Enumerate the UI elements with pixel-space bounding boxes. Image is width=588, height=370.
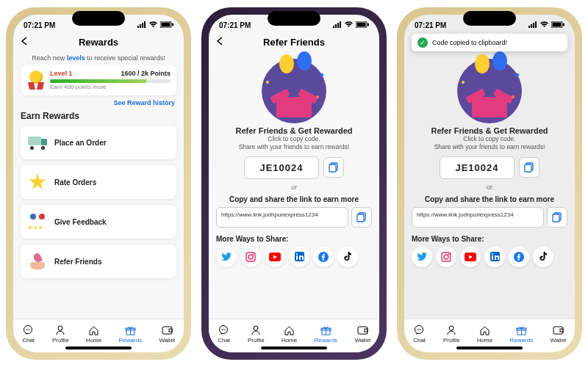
svg-rect-22 [357,22,366,26]
linkedin-icon[interactable] [289,247,309,267]
svg-rect-49 [535,21,537,28]
progress-bar [50,79,171,83]
tab-rewards[interactable]: Rewards [510,324,534,344]
svg-rect-52 [563,23,564,26]
toast-copied: ✓ Code copied to clipboard! [412,34,567,51]
banner-text: Reach new levels to receive special rewa… [21,54,176,62]
tab-home[interactable]: Home [282,324,297,344]
svg-rect-2 [142,23,143,28]
svg-point-38 [223,329,223,330]
svg-point-10 [29,329,29,330]
tab-chat[interactable]: Chat [413,324,426,344]
svg-point-66 [417,329,417,330]
svg-rect-19 [337,23,339,28]
earn-card-rate-orders[interactable]: Rate Orders [21,165,176,199]
battery-icon [160,21,173,29]
instagram-icon[interactable] [436,247,456,267]
tab-wallet[interactable]: Wallet [354,324,370,344]
tab-profile[interactable]: Profile [443,324,460,344]
tab-chat[interactable]: Chat [218,324,231,344]
tab-profile[interactable]: Profile [248,324,265,344]
instagram-icon[interactable] [240,247,261,267]
svg-point-8 [26,329,26,330]
tab-wallet[interactable]: Wallet [550,324,566,344]
twitter-icon[interactable] [412,247,432,267]
refer-heading: Refer Friends & Get Rewarded [216,126,372,135]
status-time: 07:21 PM [219,21,251,29]
earn-card-place-order[interactable]: Place an Order [21,126,176,159]
profile-icon [249,324,262,336]
tiktok-icon[interactable] [533,247,553,267]
signal-icon [528,21,537,29]
svg-rect-16 [169,329,172,332]
tab-chat[interactable]: Chat [22,324,35,344]
earn-card-refer-friends[interactable]: Refer Friends [21,244,176,278]
level-name: Level 1 [50,70,73,77]
home-icon [478,324,492,336]
tab-rewards[interactable]: Rewards [119,324,143,344]
copy-code-button[interactable] [323,157,344,178]
tab-wallet[interactable]: Wallet [159,324,175,344]
chat-icon [22,324,35,336]
svg-point-59 [448,253,450,255]
svg-rect-20 [340,21,341,28]
svg-rect-3 [144,21,146,28]
level-card[interactable]: Level 11600 / 2k Points Earn 400 points … [21,65,176,95]
improve-hint: Earn 400 points more [50,84,171,90]
copy-url-button[interactable] [351,207,372,228]
referral-url-field[interactable]: https://www.link.jodhpuriexpress1234 [412,207,544,228]
youtube-icon[interactable] [265,247,285,267]
svg-rect-1 [140,24,141,28]
tab-home[interactable]: Home [86,324,101,344]
copy-url-button[interactable] [547,207,567,228]
refer-illustration [262,59,326,123]
back-button[interactable] [216,36,223,48]
more-ways-heading: More Ways to Share: [412,235,567,243]
referral-url-field[interactable]: https://www.link.jodhpuriexpress1234 [216,207,348,228]
youtube-icon[interactable] [460,247,481,267]
status-time: 07:21 PM [24,21,55,29]
reward-history-link[interactable]: See Reward history [22,99,175,106]
social-row [412,247,567,267]
tab-profile[interactable]: Profile [52,324,69,344]
earn-card-give-feedback[interactable]: Give Feedback [21,205,176,239]
wifi-icon [539,21,549,29]
refer-subtext: Click to copy code.Share with your frien… [412,135,567,152]
more-ways-heading: More Ways to Share: [216,235,372,243]
refer-heading: Refer Friends & Get Rewarded [412,126,567,135]
wallet-icon [551,324,564,336]
tiktok-icon[interactable] [337,247,358,267]
twitter-icon[interactable] [216,247,237,267]
referral-code[interactable]: JE10024 [440,156,514,179]
gift-icon [123,324,137,336]
facebook-icon[interactable] [509,247,529,267]
notch [463,11,516,26]
notch [72,11,125,26]
header: Rewards [13,32,184,51]
home-indicator [456,347,523,349]
tab-rewards[interactable]: Rewards [315,324,338,344]
linkedin-icon[interactable] [484,247,505,267]
svg-point-29 [248,255,253,259]
feedback-icon [28,212,47,231]
tab-home[interactable]: Home [477,324,492,344]
svg-point-37 [221,329,222,330]
svg-rect-18 [335,24,337,28]
svg-rect-5 [162,22,171,26]
svg-rect-6 [172,23,173,26]
hand-icon [28,252,47,271]
facebook-icon[interactable] [313,247,334,267]
svg-rect-54 [525,164,531,172]
copy-code-button[interactable] [519,157,539,178]
star-icon [28,173,47,192]
or-divider: or [412,184,567,191]
svg-rect-45 [365,329,368,332]
social-row [216,247,372,267]
refer-subtext: Click to copy code.Share with your frien… [216,135,372,152]
header: Refer Friends [209,32,379,51]
battery-icon [356,21,369,29]
svg-point-9 [27,329,28,330]
back-button[interactable] [21,36,27,48]
referral-code[interactable]: JE10024 [244,156,318,179]
status-time: 07:21 PM [415,21,446,29]
